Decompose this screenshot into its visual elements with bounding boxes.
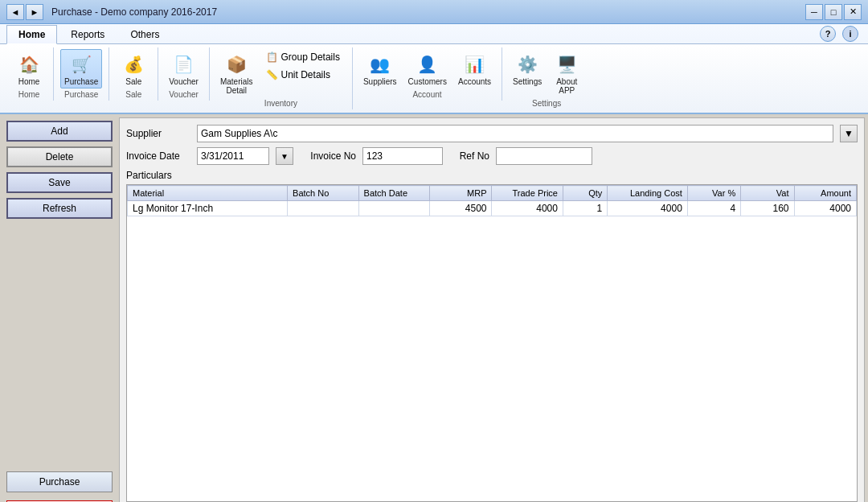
cell-mrp: 4500 bbox=[430, 201, 492, 216]
accounts-item[interactable]: 📊 Accounts bbox=[454, 49, 495, 88]
about-icon: 🖥️ bbox=[554, 51, 579, 77]
sale-group-label: Sale bbox=[125, 90, 141, 99]
forward-button[interactable]: ► bbox=[26, 4, 43, 20]
close-button[interactable]: ✕ bbox=[844, 4, 862, 20]
invoice-date-label: Invoice Date bbox=[126, 150, 190, 162]
group-details-label: Group Details bbox=[281, 51, 340, 63]
title-bar: ◄ ► Purchase - Demo company 2016-2017 ─ … bbox=[0, 0, 868, 24]
cell-trade-price: 4000 bbox=[492, 201, 563, 216]
purchase-ribbon-item[interactable]: 🛒 Purchase bbox=[60, 49, 102, 88]
supplier-label: Supplier bbox=[126, 128, 190, 139]
ribbon-group-purchase: 🛒 Purchase Purchase bbox=[54, 47, 109, 101]
info-button[interactable]: i bbox=[842, 26, 858, 42]
form-area: Supplier ▼ Invoice Date ▼ Invoice No Ref… bbox=[119, 117, 865, 502]
accounts-icon: 📊 bbox=[462, 51, 488, 77]
minimize-button[interactable]: ─ bbox=[805, 4, 823, 20]
home-ribbon-item[interactable]: 🏠 Home bbox=[11, 49, 47, 88]
col-amount: Amount bbox=[794, 186, 856, 201]
table-row: Lg Monitor 17-Inch 4500 4000 1 4000 4 16… bbox=[128, 201, 857, 216]
ribbon-group-home: 🏠 Home Home bbox=[5, 47, 54, 101]
settings-icon: ⚙️ bbox=[514, 51, 540, 77]
maximize-button[interactable]: □ bbox=[825, 4, 842, 20]
voucher-group-label: Voucher bbox=[169, 90, 199, 99]
add-button[interactable]: Add bbox=[6, 121, 113, 142]
purchase-table: Material Batch No Batch Date MRP Trade P… bbox=[127, 185, 857, 216]
sale-label: Sale bbox=[125, 77, 141, 86]
col-material: Material bbox=[128, 186, 288, 201]
invoice-row: Invoice Date ▼ Invoice No Ref No bbox=[126, 147, 858, 165]
about-app-item[interactable]: 🖥️ AboutAPP bbox=[549, 49, 584, 97]
unit-details-label: Unit Details bbox=[281, 69, 330, 80]
col-batch-no: Batch No bbox=[288, 186, 358, 201]
supplier-row: Supplier ▼ bbox=[126, 125, 858, 142]
tab-home[interactable]: Home bbox=[6, 25, 57, 44]
settings-item[interactable]: ⚙️ Settings bbox=[509, 49, 546, 88]
purchase-icon: 🛒 bbox=[68, 51, 94, 77]
settings-label: Settings bbox=[513, 77, 542, 86]
date-picker-button[interactable]: ▼ bbox=[276, 147, 293, 165]
tab-reports[interactable]: Reports bbox=[59, 25, 117, 44]
sidebar: Add Delete Save Refresh Purchase Purchas… bbox=[0, 114, 119, 502]
cell-qty: 1 bbox=[563, 201, 607, 216]
sale-icon: 💰 bbox=[121, 51, 146, 77]
ribbon: Home Reports Others ? i 🏠 Home Home 🛒 Pu… bbox=[0, 24, 868, 114]
col-var-pct: Var % bbox=[687, 186, 740, 201]
customers-icon: 👤 bbox=[415, 51, 440, 77]
group-details-item[interactable]: 📋 Group Details bbox=[260, 49, 346, 65]
voucher-icon: 📄 bbox=[171, 51, 197, 77]
col-landing-cost: Landing Cost bbox=[608, 186, 688, 201]
customers-item[interactable]: 👤 Customers bbox=[404, 49, 451, 88]
materials-detail-item[interactable]: 📦 MaterialsDetail bbox=[216, 49, 257, 97]
purchase-label: Purchase bbox=[64, 77, 98, 86]
purchase-button[interactable]: Purchase bbox=[6, 471, 113, 492]
suppliers-item[interactable]: 👥 Suppliers bbox=[359, 49, 401, 88]
sale-ribbon-item[interactable]: 💰 Sale bbox=[116, 49, 151, 88]
supplier-input[interactable] bbox=[197, 125, 833, 142]
cell-var-pct: 4 bbox=[687, 201, 740, 216]
refresh-button[interactable]: Refresh bbox=[6, 198, 113, 219]
ref-no-label: Ref No bbox=[449, 150, 489, 162]
cell-vat: 160 bbox=[741, 201, 794, 216]
about-label: AboutAPP bbox=[556, 77, 577, 95]
cell-batch-date bbox=[358, 201, 429, 216]
purchase-group-label: Purchase bbox=[64, 90, 98, 99]
materials-label: MaterialsDetail bbox=[220, 77, 253, 95]
customers-label: Customers bbox=[408, 77, 447, 86]
col-vat: Vat bbox=[741, 186, 794, 201]
inventory-group-label: Inventory bbox=[264, 99, 297, 108]
main-container: Add Delete Save Refresh Purchase Purchas… bbox=[0, 114, 868, 502]
col-batch-date: Batch Date bbox=[358, 186, 429, 201]
ribbon-group-inventory: 📦 MaterialsDetail 📋 Group Details 📏 Unit… bbox=[210, 47, 353, 109]
save-button[interactable]: Save bbox=[6, 172, 113, 193]
unit-details-item[interactable]: 📏 Unit Details bbox=[260, 67, 346, 83]
home-label: Home bbox=[18, 77, 40, 86]
account-group-label: Account bbox=[412, 90, 441, 99]
group-details-icon: 📋 bbox=[266, 51, 278, 63]
ribbon-content: 🏠 Home Home 🛒 Purchase Purchase 💰 Sale bbox=[0, 44, 868, 113]
settings-group-label: Settings bbox=[532, 99, 561, 108]
home-group-label: Home bbox=[18, 90, 40, 99]
ribbon-tabs: Home Reports Others ? i bbox=[0, 24, 868, 44]
ribbon-group-voucher: 📄 Voucher Voucher bbox=[158, 47, 210, 101]
ref-no-input[interactable] bbox=[496, 147, 592, 165]
tab-others[interactable]: Others bbox=[118, 25, 171, 44]
cell-amount: 4000 bbox=[794, 201, 856, 216]
col-mrp: MRP bbox=[430, 186, 492, 201]
supplier-dropdown-button[interactable]: ▼ bbox=[840, 125, 858, 142]
suppliers-icon: 👥 bbox=[367, 51, 393, 77]
table-header-row: Material Batch No Batch Date MRP Trade P… bbox=[128, 186, 857, 201]
ribbon-group-account: 👥 Suppliers 👤 Customers 📊 Accounts Accou… bbox=[353, 47, 502, 101]
back-button[interactable]: ◄ bbox=[6, 4, 24, 20]
particulars-label: Particulars bbox=[126, 170, 858, 181]
accounts-label: Accounts bbox=[458, 77, 491, 86]
unit-details-icon: 📏 bbox=[266, 69, 278, 80]
materials-icon: 📦 bbox=[223, 51, 249, 77]
voucher-ribbon-item[interactable]: 📄 Voucher bbox=[165, 49, 203, 88]
help-button[interactable]: ? bbox=[820, 26, 836, 42]
delete-button[interactable]: Delete bbox=[6, 146, 113, 167]
voucher-label: Voucher bbox=[169, 77, 199, 86]
invoice-no-label: Invoice No bbox=[300, 150, 356, 162]
invoice-date-input[interactable] bbox=[197, 147, 269, 165]
cell-material: Lg Monitor 17-Inch bbox=[128, 201, 288, 216]
invoice-no-input[interactable] bbox=[362, 147, 443, 165]
